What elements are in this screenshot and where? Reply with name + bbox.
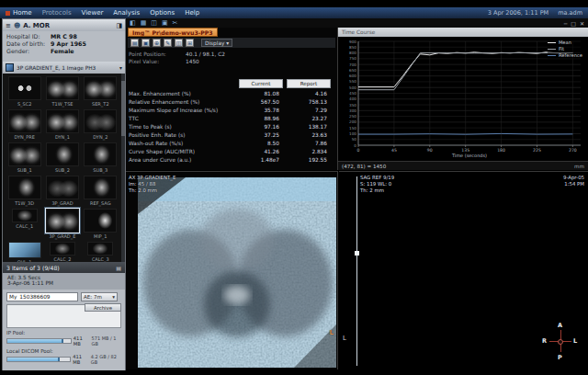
cursor-info: Point Position: 40.1 / 98.1, C2 Pixel Va… xyxy=(126,50,335,64)
thumbnail-scrollbar[interactable] xyxy=(121,74,125,262)
thumbnail-caption: SUB_2 xyxy=(46,167,79,173)
menu-item[interactable]: Help xyxy=(185,9,199,17)
menu-bar: HomeProtocolsViewerAnalysisOptionsHelp 3… xyxy=(0,7,588,18)
thumbnail-item[interactable]: CALC_1 xyxy=(12,209,38,239)
maximize-icon[interactable]: □ xyxy=(571,20,576,27)
compass-posterior: P xyxy=(558,354,562,361)
patient-sidebar: ≡ ☻ A. MOR ◨ Hospital ID: MR C 98 Date o… xyxy=(2,18,126,372)
thumbnail-item[interactable]: DYN_2 xyxy=(84,109,117,140)
open-icon[interactable]: ▤ xyxy=(130,39,139,47)
layout-icon[interactable]: ◫ xyxy=(151,19,157,27)
series-selector-label: 3P GRADIENT_E, 1 Image PH3 xyxy=(17,65,96,71)
thumbnail-item[interactable]: DYN_PRE xyxy=(8,109,41,140)
document-tab[interactable]: Img™ Pr\demo-wvu3-PP3 xyxy=(128,28,218,37)
table-row: Maximum Slope of Increase (%/s) 35.78 7.… xyxy=(129,107,334,115)
thumbnail-caption: DYN_1 xyxy=(46,134,79,140)
axial-viewport[interactable]: AX 3P GRADIENT_EIm: 45 / 88Th: 2.0 mm L xyxy=(126,171,338,369)
query-input[interactable] xyxy=(6,292,78,301)
menu-item[interactable]: Analysis xyxy=(113,9,140,17)
grid-icon[interactable]: ⊞ xyxy=(186,39,194,47)
thumbnail-item[interactable]: REF_SAG xyxy=(84,176,117,206)
svg-text:650: 650 xyxy=(349,68,356,73)
capture-icon[interactable]: ▣ xyxy=(162,19,168,27)
pool2-progressbar[interactable] xyxy=(6,357,71,362)
curve-window-titlebar[interactable]: Time Course xyxy=(338,28,588,37)
patient-header: ≡ ☻ A. MOR ◨ xyxy=(3,19,125,31)
archive-button[interactable]: Archive xyxy=(85,303,121,312)
minimize-icon[interactable]: ─ xyxy=(564,20,568,27)
legend-entry: Mean xyxy=(548,40,582,46)
patient-field: Gender: Female xyxy=(6,48,121,54)
svg-text:550: 550 xyxy=(349,79,356,84)
thumbnail-caption: DYN_2 xyxy=(84,134,117,140)
window-icon[interactable]: ◧ xyxy=(130,19,136,27)
pencil-icon[interactable]: ✎ xyxy=(164,39,172,47)
thumbnail-caption: CALC_1 xyxy=(12,223,38,229)
series-selector[interactable]: 3P GRADIENT_E, 1 Image PH3 ▾ xyxy=(3,62,125,74)
display-dropdown[interactable]: Display ▾ xyxy=(201,39,232,47)
thumbnail-item[interactable]: MIP_1 xyxy=(84,209,117,239)
svg-text:750: 750 xyxy=(349,56,356,61)
menu-item[interactable]: Protocols xyxy=(42,9,72,17)
column-header-report[interactable]: Report xyxy=(287,79,331,88)
copy-icon[interactable]: ◫ xyxy=(175,39,183,47)
menu-item[interactable]: Options xyxy=(150,9,175,17)
menu-item[interactable]: Home xyxy=(13,9,32,17)
thumbnail-item[interactable]: SUB_2 xyxy=(46,142,79,173)
svg-text:600: 600 xyxy=(349,74,356,78)
patient-field: Date of birth: 9 Apr 1965 xyxy=(6,40,121,47)
legend-entry: Reference xyxy=(548,52,582,59)
column-header-current[interactable]: Current xyxy=(239,79,283,88)
patient-field: Hospital ID: MR C 98 xyxy=(6,33,121,40)
transfer-section-header[interactable]: 3 Items of 3 (9/48) ▤ xyxy=(3,262,125,273)
save-icon[interactable]: ▣ xyxy=(141,39,150,47)
thumbnail-image xyxy=(8,142,41,166)
parameter-table: Current Report Max. Enhancement (%) 81.0… xyxy=(129,79,334,165)
legend-swatch-icon xyxy=(548,42,556,44)
thumbnail-image xyxy=(46,76,79,100)
thumbnail-item[interactable]: T1W_TSE xyxy=(46,76,79,107)
screen-icon[interactable]: ▦ xyxy=(141,19,147,27)
transfer-subinfo: AE: 3.5 Secs 3-Apr-06 1:11 PM xyxy=(3,273,125,290)
roi-icon[interactable]: ⊕ xyxy=(153,39,161,47)
svg-text:45: 45 xyxy=(391,148,397,153)
clip-icon[interactable]: ✂ xyxy=(173,19,178,27)
table-header: Current Report xyxy=(129,79,334,88)
thumbnail-caption: SUB_3 xyxy=(84,167,117,173)
localizer-handle[interactable] xyxy=(355,251,359,256)
thumbnail-item[interactable]: 3P_GRAD xyxy=(46,176,79,206)
thumbnail-grid: S_SC2 T1W_TSE SER_T2 DYN_PRE DYN_1 DYN_2… xyxy=(3,74,121,262)
thumbnail-image xyxy=(46,209,79,233)
thumbnail-caption: S_SC2 xyxy=(8,101,41,107)
table-row: Wash-out Rate (%/s) 8.50 7.86 xyxy=(129,140,334,148)
pin-icon[interactable]: ◨ xyxy=(116,22,122,29)
thumbnail-item[interactable]: S_SC2 xyxy=(8,76,41,107)
thumbnail-item[interactable]: DYN_1 xyxy=(46,109,79,140)
thumbnail-item[interactable]: SUB_1 xyxy=(8,142,41,173)
thumbnail-caption: 3P_GRAD_E xyxy=(46,233,79,239)
transfer-form: AE: 7m ▾ Archive IP Pool: 411 MB 571 MB … xyxy=(3,290,125,371)
export-icon[interactable]: ▤ xyxy=(116,265,121,271)
thumbnail-item[interactable]: SUB_3 xyxy=(84,142,117,173)
chart-legend: MeanFitReference xyxy=(548,40,582,59)
close-icon[interactable]: ✕ xyxy=(580,20,584,27)
thumbnail-image xyxy=(46,109,79,133)
svg-text:700: 700 xyxy=(349,62,356,67)
destination-select[interactable]: AE: 7m ▾ xyxy=(81,292,118,301)
menu-icon[interactable]: ≡ xyxy=(6,22,11,29)
table-row: Area under Curve (a.u.) 1.48e7 192.55 xyxy=(129,156,334,165)
thumbnail-image xyxy=(8,242,41,258)
svg-text:200: 200 xyxy=(349,119,356,124)
svg-text:0: 0 xyxy=(354,143,356,148)
slice-localizer-line[interactable] xyxy=(356,176,357,366)
table-row: Positive Enh. Rate (s) 37.25 23.63 xyxy=(129,131,334,140)
legend-swatch-icon xyxy=(548,55,556,57)
thumbnail-item[interactable]: T1W_3D xyxy=(8,176,41,206)
thumbnail-item[interactable]: SER_T2 xyxy=(84,76,117,107)
svg-text:450: 450 xyxy=(349,91,356,96)
thumbnail-item[interactable]: 3P_GRAD_E xyxy=(46,209,79,239)
svg-text:900: 900 xyxy=(349,40,356,44)
sagittal-viewport[interactable]: SAG REF 9/19S: 119 WL: 0Th: 2 mm 9-Apr-0… xyxy=(339,171,588,369)
pool1-progressbar[interactable] xyxy=(6,338,72,344)
menu-item[interactable]: Viewer xyxy=(82,9,104,17)
